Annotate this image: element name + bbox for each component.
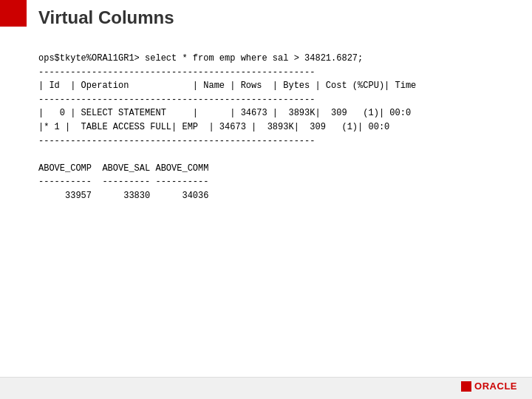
code-content: ops$tkyte%ORAl1GR1> select * from emp wh… <box>38 52 510 203</box>
table-header: | Id | Operation | Name | Rows | Bytes |… <box>38 81 416 91</box>
col-data: 33957 33830 34036 <box>38 191 208 201</box>
oracle-label: ORACLE <box>474 381 517 392</box>
table-row-1: | 0 | SELECT STATEMENT | | 34673 | 3893K… <box>38 108 411 118</box>
table-row-2: |* 1 | TABLE ACCESS FULL| EMP | 34673 | … <box>38 122 389 132</box>
red-bar-accent <box>0 0 27 27</box>
divider-3: ----------------------------------------… <box>38 136 315 146</box>
sql-output: ops$tkyte%ORAl1GR1> select * from emp wh… <box>38 52 510 203</box>
oracle-red-icon <box>461 381 471 392</box>
bottom-bar: ORACLE <box>0 377 532 399</box>
divider-2: ----------------------------------------… <box>38 95 315 105</box>
divider-1: ----------------------------------------… <box>38 67 315 78</box>
col-divider: ---------- --------- ---------- <box>38 177 208 187</box>
oracle-logo: ORACLE <box>461 381 517 392</box>
col-header: ABOVE_COMP ABOVE_SAL ABOVE_COMM <box>38 163 208 174</box>
page-title: Virtual Columns <box>38 7 174 28</box>
sql-prompt: ops$tkyte%ORAl1GR1> select * from emp wh… <box>38 53 363 64</box>
